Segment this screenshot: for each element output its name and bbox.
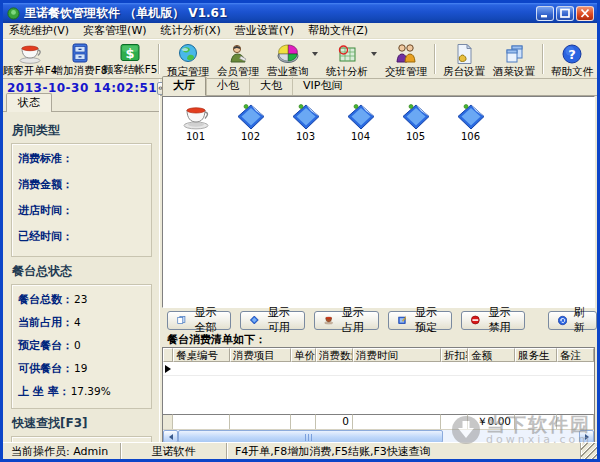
toolbar-separator (542, 44, 544, 74)
chevron-down-icon[interactable] (312, 52, 318, 56)
add-consumption-button[interactable]: 增加消费F8 (55, 41, 105, 77)
table-105[interactable]: 105 (388, 104, 443, 142)
table-103[interactable]: 103 (278, 104, 333, 142)
help-file-button[interactable]: ? 帮助文件 (547, 41, 597, 77)
dishes-settings-button[interactable]: 酒菜设置 (489, 41, 539, 77)
diamond-icon (250, 314, 259, 326)
button-label: 显示预定 (410, 305, 442, 335)
show-disabled-button[interactable]: 显示禁用 (461, 311, 525, 330)
toolbar-label: 营业查询 (267, 65, 309, 77)
scroll-right-arrow[interactable] (579, 430, 594, 442)
menu-help[interactable]: 帮助文件(Z) (308, 23, 368, 38)
dollar-icon: $ (119, 43, 141, 63)
cabinet-icon (70, 43, 90, 64)
summary-cell (441, 414, 468, 429)
scroll-left-arrow[interactable] (163, 430, 178, 442)
hotkey-hint: F4开单,F8增加消费,F5结账,F3快速查询 (227, 443, 581, 459)
show-occupied-button[interactable]: 显示占用 (314, 311, 379, 330)
reservation-management-button[interactable]: 预定管理 (163, 41, 213, 77)
field-value: 23 (74, 293, 87, 305)
consumption-grid: 餐桌编号 消费项目 单价 消费数量 消费时间 折扣率 金额 服务生 备注 (162, 347, 595, 442)
refresh-icon (558, 314, 567, 327)
statistics-analysis-button[interactable]: 统计分析 (322, 41, 372, 77)
summary-cell (353, 414, 441, 429)
minimize-button[interactable] (536, 6, 554, 21)
open-bill-button[interactable]: 顾客开单F4 (5, 41, 55, 77)
disabled-icon (471, 314, 480, 326)
member-management-button[interactable]: 会员管理 (213, 41, 263, 77)
close-button[interactable] (576, 6, 594, 21)
chevron-down-icon[interactable] (371, 52, 377, 56)
refresh-button[interactable]: 刷新 (548, 311, 597, 330)
body: 2013-10-30 14:02:51 « 状态 房间类型 消费标准： 消费金额… (3, 79, 597, 442)
stats-icon (336, 43, 358, 65)
diamond-icon (291, 104, 321, 130)
tab-hall[interactable]: 大厅 (162, 76, 206, 96)
maximize-icon (559, 8, 571, 19)
tab-status[interactable]: 状态 (6, 93, 52, 112)
svg-text:$: $ (125, 46, 134, 61)
show-reserved-button[interactable]: 显示预定 (388, 311, 452, 330)
field-label: 可供餐台： (18, 362, 73, 375)
button-label: 显示禁用 (484, 305, 516, 335)
tab-big-room[interactable]: 大包 (249, 77, 292, 95)
show-available-button[interactable]: 显示可用 (240, 311, 304, 330)
resize-grip[interactable] (581, 443, 597, 459)
row-divider (163, 375, 594, 376)
show-all-button[interactable]: 显示全部 (167, 311, 231, 330)
column-header-item[interactable]: 消费项目 (230, 348, 291, 362)
column-header-table-no[interactable]: 餐桌编号 (173, 348, 230, 362)
app-window: 里诺餐饮管理软件 （单机版） V1.61 系统维护(V) 宾客管理(W) 统计分… (0, 0, 600, 462)
menu-statistics[interactable]: 统计分析(X) (161, 23, 221, 38)
column-header-unit-price[interactable]: 单价 (291, 348, 316, 362)
table-status-title: 餐台总状态 (12, 263, 152, 280)
field-available-tables: 可供餐台：19 (18, 361, 145, 376)
svg-text:?: ? (568, 47, 576, 62)
shift-icon (394, 43, 418, 65)
summary-indicator-cell (163, 414, 173, 429)
field-consume-amount: 消费金额： (18, 177, 145, 192)
menu-system[interactable]: 系统维护(V) (9, 23, 69, 38)
window-title: 里诺餐饮管理软件 （单机版） V1.61 (24, 5, 536, 22)
menu-business-settings[interactable]: 营业设置(Y) (235, 23, 294, 38)
tab-small-room[interactable]: 小包 (206, 77, 249, 95)
column-header-waiter[interactable]: 服务生 (515, 348, 557, 362)
shift-management-button[interactable]: 交班管理 (381, 41, 431, 77)
table-106[interactable]: 106 (443, 104, 498, 142)
menu-guest[interactable]: 宾客管理(W) (83, 23, 146, 38)
column-header-remark[interactable]: 备注 (557, 348, 594, 362)
table-id: 104 (333, 131, 388, 142)
field-label: 当前占用： (18, 316, 73, 329)
column-header-amount[interactable]: 金额 (468, 348, 515, 362)
room-table-settings-button[interactable]: 房台设置 (439, 41, 489, 77)
field-consume-standard: 消费标准： (18, 151, 145, 166)
business-query-button[interactable]: 营业查询 (263, 41, 313, 77)
column-header-discount[interactable]: 折扣率 (441, 348, 468, 362)
maximize-button[interactable] (556, 6, 574, 21)
room-doc-icon (454, 43, 474, 65)
help-icon: ? (561, 43, 583, 65)
tab-vip-room[interactable]: VIP包间 (292, 77, 352, 95)
checkout-button[interactable]: $ 顾客结帐F5 (105, 41, 155, 77)
column-header-quantity[interactable]: 消费数量 (316, 348, 353, 362)
table-104[interactable]: 104 (333, 104, 388, 142)
reserved-icon (398, 314, 407, 326)
grid-body[interactable] (163, 362, 594, 414)
scrollbar-thumb[interactable] (178, 430, 443, 442)
table-101[interactable]: 101 (168, 104, 223, 142)
scrollbar-track[interactable] (178, 430, 579, 442)
field-label: 上 坐 率： (18, 385, 70, 398)
summary-cell (515, 414, 557, 429)
horizontal-scrollbar[interactable] (163, 429, 594, 442)
column-header-time[interactable]: 消费时间 (353, 348, 441, 362)
toolbar-label: 统计分析 (326, 65, 368, 77)
room-type-title: 房间类型 (12, 122, 152, 139)
filter-bar: 显示全部 显示可用 显示占用 (160, 308, 597, 332)
table-102[interactable]: 102 (223, 104, 278, 142)
field-value: 0 (74, 339, 81, 351)
field-occupied-now: 当前占用：4 (18, 315, 145, 330)
window-controls (536, 6, 594, 21)
room-type-box: 消费标准： 消费金额： 进店时间： 已经时间： (11, 143, 152, 257)
arrow-left-icon (169, 434, 173, 440)
field-label: 餐台总数： (18, 293, 73, 306)
